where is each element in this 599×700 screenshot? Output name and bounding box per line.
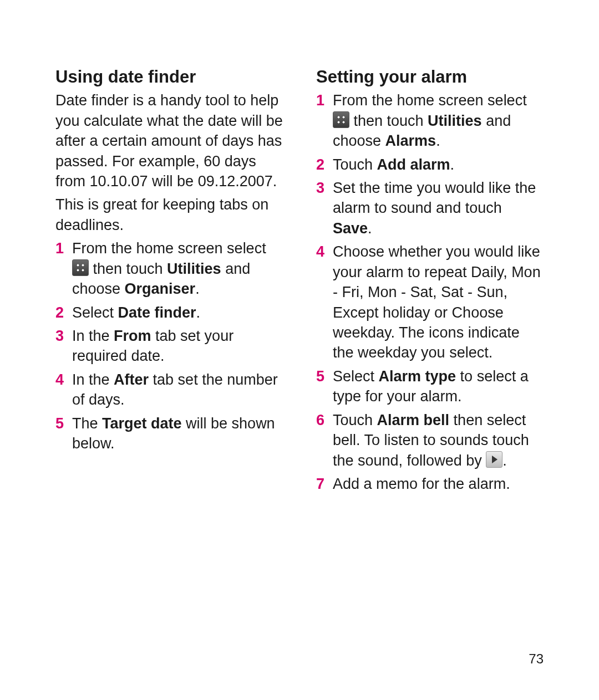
step-number: 6 (316, 410, 324, 430)
text: Add a memo for the alarm. (333, 476, 510, 492)
bold-from: From (114, 328, 151, 344)
left-intro-2: This is great for keeping tabs on deadli… (55, 195, 283, 235)
play-icon (486, 451, 502, 468)
bold-organiser: Organiser (125, 280, 196, 297)
left-intro-1: Date finder is a handy tool to help you … (55, 90, 283, 191)
manual-page: Using date finder Date finder is a handy… (0, 0, 599, 700)
step-number: 5 (55, 413, 64, 433)
left-step-2: 2 Select Date finder. (55, 303, 283, 323)
text: In the (72, 328, 114, 344)
bold-after: After (114, 371, 149, 388)
bold-date-finder: Date finder (118, 304, 196, 321)
bold-alarms: Alarms (385, 132, 436, 149)
left-column: Using date finder Date finder is a handy… (55, 67, 283, 667)
text: . (368, 220, 372, 237)
bold-target-date: Target date (102, 415, 182, 432)
text: Choose whether you would like your alarm… (333, 243, 541, 361)
bold-add-alarm: Add alarm (377, 156, 450, 173)
step-number: 4 (316, 242, 324, 262)
right-step-2: 2 Touch Add alarm. (316, 155, 544, 175)
step-number: 1 (55, 238, 64, 258)
text: From the home screen select (72, 240, 266, 257)
text: . (196, 304, 201, 321)
text: Set the time you would like the alarm to… (333, 180, 536, 216)
bold-save: Save (333, 220, 368, 237)
apps-grid-icon (72, 259, 89, 276)
text: . (502, 452, 507, 469)
text: From the home screen select (333, 92, 527, 109)
right-step-3: 3 Set the time you would like the alarm … (316, 178, 544, 238)
left-steps: 1 From the home screen select then touch… (55, 238, 283, 453)
right-step-5: 5 Select Alarm type to select a type for… (316, 366, 544, 407)
left-step-1: 1 From the home screen select then touch… (55, 238, 283, 299)
left-heading: Using date finder (55, 67, 283, 87)
text: then touch (89, 260, 167, 277)
apps-grid-icon (333, 111, 349, 128)
left-step-4: 4 In the After tab set the number of day… (55, 370, 283, 410)
text: Select (333, 368, 379, 385)
text: . (450, 156, 455, 173)
step-number: 4 (55, 370, 64, 390)
text: . (436, 132, 440, 149)
text: then touch (349, 113, 428, 129)
right-step-1: 1 From the home screen select then touch… (316, 90, 544, 151)
left-step-3: 3 In the From tab set your required date… (55, 326, 283, 366)
bold-utilities: Utilities (167, 260, 221, 277)
right-step-4: 4 Choose whether you would like your ala… (316, 242, 544, 363)
left-step-5: 5 The Target date will be shown below. (55, 413, 283, 454)
step-number: 5 (316, 366, 324, 386)
page-number: 73 (529, 651, 544, 667)
right-heading: Setting your alarm (316, 67, 544, 87)
text: Select (72, 304, 118, 321)
right-step-7: 7 Add a memo for the alarm. (316, 474, 544, 494)
right-step-6: 6 Touch Alarm bell then select bell. To … (316, 410, 544, 471)
step-number: 3 (316, 178, 324, 198)
text: The (72, 415, 102, 432)
step-number: 1 (316, 90, 324, 110)
bold-alarm-type: Alarm type (379, 368, 456, 385)
right-steps: 1 From the home screen select then touch… (316, 90, 544, 494)
step-number: 7 (316, 474, 324, 494)
bold-utilities: Utilities (428, 113, 482, 129)
text: . (195, 280, 200, 297)
step-number: 3 (55, 326, 64, 346)
text: Touch (333, 156, 377, 173)
step-number: 2 (55, 303, 64, 323)
text: Touch (333, 412, 377, 428)
step-number: 2 (316, 155, 324, 175)
right-column: Setting your alarm 1 From the home scree… (316, 67, 544, 667)
bold-alarm-bell: Alarm bell (377, 412, 450, 428)
text: In the (72, 371, 114, 388)
